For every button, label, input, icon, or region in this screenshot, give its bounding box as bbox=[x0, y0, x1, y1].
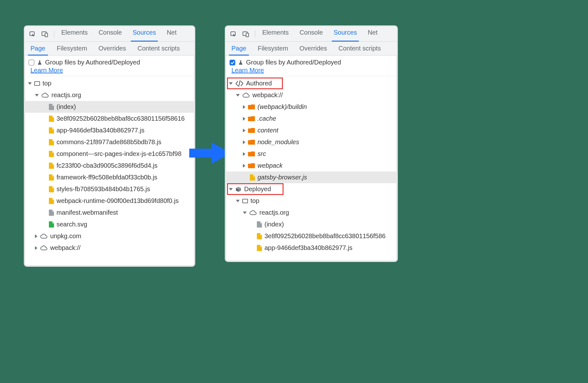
tree-file[interactable]: gatsby-browser.js bbox=[226, 171, 397, 183]
frame-icon bbox=[34, 81, 40, 86]
tree-domain[interactable]: unpkg.com bbox=[25, 230, 194, 242]
tree-file[interactable]: 3e8f09252b6028beb8baf8cc63801156f586 bbox=[226, 230, 397, 242]
subtab-page[interactable]: Page bbox=[25, 42, 51, 55]
file-tree: top reactjs.org (index) 3e8f09252b6028be… bbox=[25, 76, 194, 254]
tree-file[interactable]: styles-fb708593b484b04b1765.js bbox=[25, 183, 194, 195]
file-js-icon bbox=[257, 233, 262, 239]
subtab-page[interactable]: Page bbox=[226, 42, 252, 55]
disclosure-closed-icon bbox=[243, 152, 245, 156]
file-js-icon bbox=[49, 116, 54, 122]
frame-icon bbox=[242, 199, 248, 203]
tree-frame-top[interactable]: top bbox=[25, 77, 194, 89]
file-js-icon bbox=[49, 198, 54, 204]
disclosure-open-icon bbox=[236, 200, 240, 202]
tree-folder[interactable]: (webpack)/buildin bbox=[226, 101, 397, 113]
file-js-icon bbox=[49, 186, 54, 192]
tree-domain[interactable]: reactjs.org bbox=[25, 89, 194, 101]
folder-icon bbox=[248, 163, 255, 168]
tree-file[interactable]: manifest.webmanifest bbox=[25, 207, 194, 218]
tree-folder[interactable]: webpack bbox=[226, 160, 397, 171]
tree-domain[interactable]: webpack:// bbox=[226, 89, 397, 101]
cloud-icon bbox=[41, 92, 49, 98]
group-files-label: Group files by Authored/Deployed bbox=[246, 59, 341, 66]
tree-folder[interactable]: content bbox=[226, 124, 397, 136]
code-brackets-icon bbox=[235, 80, 244, 87]
subtab-filesystem[interactable]: Filesystem bbox=[252, 42, 294, 55]
tree-file-index[interactable]: (index) bbox=[226, 218, 397, 230]
folder-icon bbox=[248, 104, 255, 110]
group-files-option: Group files by Authored/Deployed Learn M… bbox=[226, 56, 397, 76]
disclosure-open-icon bbox=[236, 94, 240, 97]
group-files-checkbox[interactable] bbox=[29, 60, 34, 65]
file-icon bbox=[257, 221, 262, 228]
disclosure-open-icon bbox=[229, 82, 233, 85]
tab-sources[interactable]: Sources bbox=[333, 26, 357, 41]
tree-file[interactable]: webpack-runtime-090f00ed13bd69fd80f0.js bbox=[25, 195, 194, 207]
learn-more-link[interactable]: Learn More bbox=[231, 67, 264, 74]
learn-more-link[interactable]: Learn More bbox=[30, 67, 63, 74]
tree-file[interactable]: commons-21f8977ade868b5bdb78.js bbox=[25, 136, 194, 148]
cloud-icon bbox=[40, 245, 48, 251]
tree-group-deployed[interactable]: Deployed bbox=[226, 183, 397, 195]
file-js-icon bbox=[49, 139, 54, 145]
file-icon bbox=[49, 210, 54, 216]
top-toolbar: Elements Console Sources Net bbox=[226, 26, 397, 42]
tree-file[interactable]: fc233f00-cba3d9005c3896f6d5d4.js bbox=[25, 160, 194, 171]
tree-folder[interactable]: src bbox=[226, 148, 397, 160]
toggle-device-icon[interactable] bbox=[242, 30, 250, 38]
tab-sources[interactable]: Sources bbox=[132, 26, 157, 41]
tree-file[interactable]: search.svg bbox=[25, 218, 194, 230]
cloud-icon bbox=[249, 210, 257, 216]
subtab-content-scripts[interactable]: Content scripts bbox=[132, 42, 185, 55]
folder-icon bbox=[248, 116, 255, 121]
subtab-content-scripts[interactable]: Content scripts bbox=[333, 42, 386, 55]
subtab-overrides[interactable]: Overrides bbox=[93, 42, 132, 55]
tab-network[interactable]: Net bbox=[166, 26, 177, 41]
tab-network[interactable]: Net bbox=[367, 26, 378, 41]
disclosure-closed-icon bbox=[243, 105, 245, 109]
folder-icon bbox=[248, 151, 255, 157]
tree-file[interactable]: app-9466def3ba340b862977.js bbox=[226, 242, 397, 254]
tab-console[interactable]: Console bbox=[98, 26, 122, 41]
toolbar-divider bbox=[255, 30, 255, 37]
disclosure-open-icon bbox=[243, 212, 247, 214]
file-js-icon bbox=[257, 245, 262, 251]
tree-file-index[interactable]: (index) bbox=[25, 101, 194, 113]
top-toolbar: Elements Console Sources Net bbox=[25, 26, 194, 42]
group-files-option: Group files by Authored/Deployed Learn M… bbox=[25, 56, 194, 76]
tab-elements[interactable]: Elements bbox=[262, 26, 289, 41]
inspect-element-icon[interactable] bbox=[229, 30, 237, 38]
tab-elements[interactable]: Elements bbox=[61, 26, 88, 41]
tree-file[interactable]: app-9466def3ba340b862977.js bbox=[25, 124, 194, 136]
group-files-checkbox[interactable] bbox=[230, 60, 235, 65]
transition-arrow-icon bbox=[189, 140, 231, 166]
folder-icon bbox=[248, 140, 255, 145]
inspect-element-icon[interactable] bbox=[28, 30, 36, 38]
file-js-icon bbox=[49, 163, 54, 169]
package-cube-icon bbox=[235, 186, 242, 192]
tab-console[interactable]: Console bbox=[299, 26, 323, 41]
disclosure-closed-icon bbox=[35, 246, 37, 250]
cloud-icon bbox=[40, 233, 48, 239]
tree-file[interactable]: component---src-pages-index-js-e1c657bf9… bbox=[25, 148, 194, 160]
toggle-device-icon[interactable] bbox=[41, 30, 49, 38]
tree-file[interactable]: framework-ff9c508ebfda0f33cb0b.js bbox=[25, 171, 194, 183]
tree-frame-top[interactable]: top bbox=[226, 195, 397, 207]
disclosure-open-icon bbox=[229, 188, 233, 191]
sources-subtabs: Page Filesystem Overrides Content script… bbox=[226, 42, 397, 56]
toolbar-divider bbox=[54, 30, 54, 37]
tree-folder[interactable]: node_modules bbox=[226, 136, 397, 148]
disclosure-open-icon bbox=[28, 82, 32, 85]
tree-folder[interactable]: .cache bbox=[226, 113, 397, 124]
file-js-icon bbox=[49, 151, 54, 157]
subtab-overrides[interactable]: Overrides bbox=[294, 42, 333, 55]
file-tree: Authored webpack:// (webpack)/buildin .c… bbox=[226, 76, 397, 254]
tree-file[interactable]: 3e8f09252b6028beb8baf8cc63801156f58616 bbox=[25, 113, 194, 124]
tree-group-authored[interactable]: Authored bbox=[226, 77, 397, 89]
tree-domain[interactable]: webpack:// bbox=[25, 242, 194, 254]
file-svg-icon bbox=[49, 221, 54, 228]
tree-domain[interactable]: reactjs.org bbox=[226, 207, 397, 218]
devtools-panel-after: Elements Console Sources Net Page Filesy… bbox=[225, 25, 398, 262]
disclosure-closed-icon bbox=[243, 129, 245, 132]
subtab-filesystem[interactable]: Filesystem bbox=[51, 42, 93, 55]
